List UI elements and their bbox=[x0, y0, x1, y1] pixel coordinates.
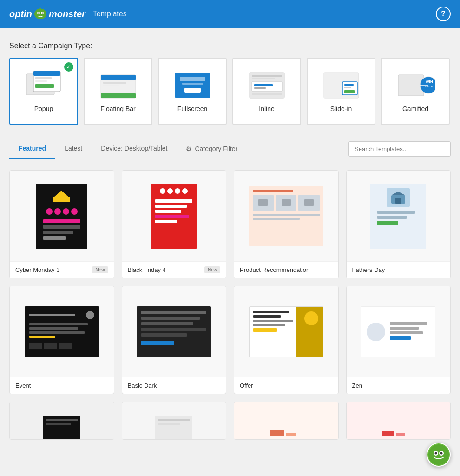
prod-cell-2 bbox=[276, 195, 296, 211]
prod-cell-1 bbox=[253, 195, 274, 211]
svg-rect-5 bbox=[37, 9, 39, 11]
header: optin monster Templates ? bbox=[0, 0, 460, 28]
selected-check-icon: ✓ bbox=[64, 62, 73, 72]
template-footer-cyber-monday-3: Cyber Monday 3 New bbox=[10, 261, 114, 278]
svg-rect-42 bbox=[395, 198, 401, 204]
tab-category[interactable]: ⚙ Category Filter bbox=[177, 139, 247, 158]
prod-grid bbox=[253, 195, 320, 211]
template-thumb-product-recommendation bbox=[234, 171, 338, 261]
zen-illustration bbox=[361, 306, 435, 357]
logo: optin monster bbox=[9, 8, 85, 20]
template-name-offer: Offer bbox=[240, 382, 253, 389]
bf-illustration bbox=[151, 184, 197, 249]
template-card-partial-1[interactable] bbox=[9, 402, 114, 440]
svg-rect-25 bbox=[252, 78, 275, 79]
campaign-card-inline[interactable]: Inline bbox=[232, 58, 301, 125]
campaign-fullscreen-label: Fullscreen bbox=[177, 105, 208, 112]
tab-featured[interactable]: Featured bbox=[9, 139, 55, 159]
svg-rect-19 bbox=[175, 73, 210, 98]
tab-latest[interactable]: Latest bbox=[55, 139, 92, 159]
inline-icon bbox=[247, 70, 287, 100]
template-card-partial-2[interactable] bbox=[122, 402, 227, 440]
page-title: Templates bbox=[93, 10, 127, 18]
campaign-card-fullscreen[interactable]: Fullscreen bbox=[158, 58, 227, 125]
template-footer-event: Event bbox=[10, 377, 114, 394]
template-card-black-friday-4[interactable]: Black Friday 4 New bbox=[122, 170, 227, 278]
tab-category-label: Category Filter bbox=[195, 145, 237, 152]
campaign-card-floating-bar[interactable]: Floating Bar bbox=[84, 58, 152, 125]
template-card-product-recommendation[interactable]: Product Recommendation bbox=[234, 170, 339, 278]
tab-device[interactable]: Device: Desktop/Tablet bbox=[92, 139, 177, 159]
monster-help-button[interactable] bbox=[427, 443, 451, 467]
popup-icon bbox=[24, 70, 64, 100]
svg-rect-16 bbox=[103, 82, 126, 84]
template-card-fathers-day[interactable]: Fathers Day bbox=[346, 170, 451, 278]
prod-cell-3 bbox=[298, 195, 319, 211]
svg-point-47 bbox=[440, 452, 443, 455]
badge-new-cyber: New bbox=[92, 266, 108, 273]
svg-text:PRIZE: PRIZE bbox=[425, 85, 433, 88]
template-thumb-partial-4 bbox=[347, 402, 451, 439]
svg-rect-29 bbox=[252, 93, 282, 95]
template-footer-zen: Zen bbox=[347, 377, 451, 394]
offer-right bbox=[296, 307, 323, 357]
campaign-floating-label: Floating Bar bbox=[100, 105, 135, 112]
ev-top bbox=[29, 311, 94, 319]
zen-circle bbox=[367, 323, 385, 341]
svg-marker-41 bbox=[391, 192, 405, 195]
ev-rows bbox=[29, 323, 94, 340]
template-thumb-cyber-monday-3 bbox=[10, 171, 114, 261]
svg-text:WIN: WIN bbox=[426, 79, 433, 84]
template-card-partial-3[interactable] bbox=[234, 402, 339, 440]
search-input[interactable] bbox=[348, 141, 451, 157]
template-thumb-fathers-day bbox=[347, 171, 451, 261]
template-footer-basic-dark: Basic Dark bbox=[122, 377, 226, 394]
badge-new-bf: New bbox=[204, 266, 220, 273]
logo-text: optin bbox=[9, 9, 32, 20]
fd-illustration bbox=[370, 184, 426, 249]
main-content: Select a Campaign Type: ✓ Popup bbox=[0, 28, 460, 454]
zen-right bbox=[390, 311, 431, 353]
template-footer-black-friday-4: Black Friday 4 New bbox=[122, 261, 226, 278]
template-card-basic-dark[interactable]: Basic Dark bbox=[122, 286, 227, 394]
campaign-card-popup[interactable]: ✓ Popup bbox=[9, 58, 78, 125]
logo-text2: monster bbox=[49, 9, 85, 20]
slide-in-icon bbox=[322, 70, 361, 100]
svg-rect-50 bbox=[441, 446, 444, 449]
help-button[interactable]: ? bbox=[436, 7, 451, 21]
offer-illustration bbox=[249, 306, 323, 357]
campaign-card-slide-in[interactable]: Slide-in bbox=[307, 58, 375, 125]
svg-point-3 bbox=[38, 13, 39, 14]
floating-bar-icon bbox=[99, 70, 138, 100]
svg-rect-49 bbox=[437, 445, 440, 449]
template-card-cyber-monday-3[interactable]: Cyber Monday 3 New bbox=[9, 170, 114, 278]
template-card-partial-4[interactable] bbox=[346, 402, 451, 440]
template-card-zen[interactable]: Zen bbox=[346, 286, 451, 394]
template-name-zen: Zen bbox=[352, 382, 362, 389]
template-footer-fathers-day: Fathers Day bbox=[347, 261, 451, 278]
svg-rect-6 bbox=[39, 8, 41, 11]
template-footer-offer: Offer bbox=[234, 377, 338, 394]
svg-point-46 bbox=[435, 452, 437, 455]
svg-rect-21 bbox=[182, 83, 203, 85]
template-thumb-partial-2 bbox=[122, 402, 226, 439]
campaign-card-gamified[interactable]: WIN PRIZE Gamified bbox=[381, 58, 450, 125]
svg-rect-24 bbox=[252, 75, 282, 77]
svg-rect-20 bbox=[180, 77, 205, 81]
fullscreen-icon bbox=[173, 70, 212, 100]
fd-icon bbox=[387, 188, 410, 207]
template-thumb-black-friday-4 bbox=[122, 171, 226, 261]
svg-rect-48 bbox=[433, 446, 435, 449]
campaign-type-label: Select a Campaign Type: bbox=[9, 42, 451, 50]
svg-rect-27 bbox=[254, 84, 273, 86]
campaign-inline-label: Inline bbox=[259, 105, 274, 112]
template-card-offer[interactable]: Offer bbox=[234, 286, 339, 394]
svg-rect-32 bbox=[344, 84, 354, 86]
svg-rect-7 bbox=[42, 9, 44, 11]
campaign-gamified-label: Gamified bbox=[402, 105, 428, 112]
template-name-black-friday-4: Black Friday 4 bbox=[128, 266, 166, 273]
template-card-event[interactable]: Event bbox=[9, 286, 114, 394]
template-name-product-recommendation: Product Recommendation bbox=[240, 266, 309, 273]
svg-rect-10 bbox=[33, 71, 60, 76]
template-name-basic-dark: Basic Dark bbox=[128, 382, 157, 389]
